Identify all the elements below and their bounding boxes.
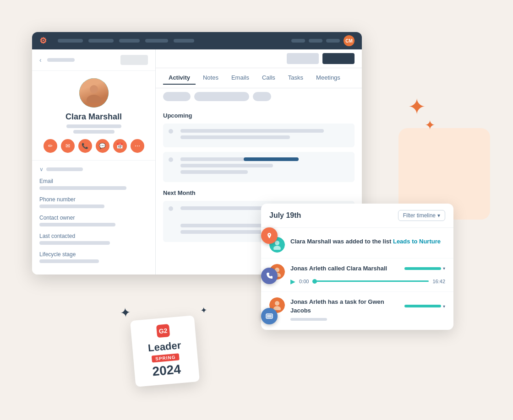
- properties-toggle[interactable]: ∨: [39, 166, 148, 172]
- timeline-link-1[interactable]: Leads to Nurture: [393, 238, 441, 245]
- tab-emails[interactable]: Emails: [226, 71, 255, 85]
- timeline-header: July 19th Filter timeline ▾: [261, 204, 453, 228]
- nav-item-companies[interactable]: [88, 39, 114, 43]
- contact-company-bar: [73, 130, 115, 134]
- tab-tasks[interactable]: Tasks: [283, 71, 309, 85]
- owner-label: Contact owner: [39, 215, 148, 221]
- property-last-contacted: Last contacted: [39, 233, 148, 245]
- upcoming-card-1: [163, 124, 355, 147]
- phone-label: Phone number: [39, 196, 148, 203]
- lifecycle-label: Lifecycle stage: [39, 251, 148, 258]
- action-buttons-bar: [156, 49, 362, 68]
- sparkle-large-icon: ✦: [408, 96, 426, 118]
- svg-point-0: [90, 85, 98, 93]
- sparkle-small-icon: ✦: [425, 119, 435, 132]
- breadcrumb-bar: [47, 58, 75, 62]
- activity-dot-icon: [169, 129, 173, 134]
- contact-profile: Clara Marshall ✏ ✉ 📞 💬 📅 ⋯: [32, 71, 155, 161]
- edit-icon[interactable]: ✏: [44, 139, 57, 153]
- actions-button[interactable]: [120, 55, 148, 65]
- schedule-icon[interactable]: 📅: [113, 139, 127, 153]
- activity-lines: [180, 129, 349, 142]
- call-status-chevron: ▾: [443, 266, 445, 271]
- timeline-text-bold-1: Clara Marshall was added to the list: [290, 238, 393, 245]
- badge-sparkle-left: ✦: [120, 305, 131, 321]
- nav-item-reports[interactable]: [174, 39, 194, 43]
- timeline-circle-3: [261, 308, 278, 324]
- g2-badge: ✦ ✦ G2 Leader SPRING 2024: [130, 315, 200, 387]
- tab-meetings[interactable]: Meetings: [311, 71, 346, 85]
- owner-value[interactable]: [39, 223, 115, 226]
- properties-toggle-bar: [46, 167, 83, 171]
- timeline-circle-1: [261, 227, 278, 244]
- last-contacted-label: Last contacted: [39, 233, 148, 239]
- avatar-image: [79, 78, 109, 108]
- badge-sparkle-left-icon: ✦: [120, 305, 131, 320]
- contact-title-bar: [66, 124, 121, 128]
- nav-item-contacts[interactable]: [58, 39, 83, 43]
- chevron-down-icon: ▾: [437, 212, 440, 219]
- nav-help[interactable]: [291, 39, 305, 43]
- timeline-item-3-header: Jonas Arleth has a task for Gwen Jacobs …: [290, 297, 445, 315]
- call-icon[interactable]: 📞: [78, 139, 92, 153]
- property-phone: Phone number: [39, 196, 148, 208]
- timeline-text-3: Jonas Arleth has a task for Gwen Jacobs: [290, 297, 401, 315]
- avatar: [79, 78, 109, 108]
- tab-calls[interactable]: Calls: [256, 71, 281, 85]
- audio-player[interactable]: ▶ 0:00 16:42: [290, 277, 445, 286]
- task-status-chevron: ▾: [443, 304, 445, 309]
- tab-notes[interactable]: Notes: [197, 71, 224, 85]
- activity-line-2: [180, 135, 290, 139]
- upcoming-card-2: [163, 152, 355, 182]
- g2-logo-icon: G2: [156, 324, 170, 338]
- last-contacted-value[interactable]: [39, 241, 110, 245]
- nav-avatar[interactable]: CM: [344, 35, 355, 46]
- filter-timeline-button[interactable]: Filter timeline ▾: [398, 210, 445, 221]
- email-value[interactable]: [39, 186, 126, 190]
- upcoming-label: Upcoming: [163, 112, 355, 119]
- contact-sidebar: ‹ Clara Marshall: [32, 49, 156, 275]
- chat-icon[interactable]: 💬: [96, 139, 109, 153]
- action-icons-row: ✏ ✉ 📞 💬 📅 ⋯: [39, 139, 148, 153]
- nav-bar: ⚙ CM: [32, 32, 362, 49]
- back-button[interactable]: ‹: [39, 56, 42, 64]
- next-month-dot-icon: [169, 206, 173, 211]
- nav-item-deals[interactable]: [119, 39, 140, 43]
- time-end: 16:42: [432, 279, 445, 284]
- activity-line-5: [180, 170, 248, 174]
- nav-item-activities[interactable]: [145, 39, 168, 43]
- action-btn-1[interactable]: [287, 53, 319, 64]
- filter-btn-label: Filter timeline: [403, 212, 436, 219]
- sidebar-header: ‹: [32, 49, 155, 71]
- phone-value[interactable]: [39, 205, 104, 208]
- timeline-text-2: Jonas Arleth called Clara Marshall: [290, 264, 387, 273]
- property-email: Email: [39, 178, 148, 190]
- timeline-content-1: Clara Marshall was added to the list Lea…: [290, 237, 445, 246]
- timeline-text-1: Clara Marshall was added to the list Lea…: [290, 238, 441, 245]
- action-btn-2[interactable]: [322, 53, 355, 64]
- filter-item-2[interactable]: [194, 92, 249, 101]
- audio-thumb: [312, 279, 317, 284]
- timeline-item-2: Jonas Arleth called Clara Marshall ▾ ▶ 0…: [261, 258, 453, 292]
- nav-settings[interactable]: [309, 39, 322, 43]
- badge-container: G2 Leader SPRING 2024: [130, 315, 200, 387]
- upcoming-item-2: [169, 157, 349, 177]
- lifecycle-value[interactable]: [39, 259, 99, 263]
- badge-sparkle-right: ✦: [200, 305, 208, 316]
- next-month-label: Next Month: [163, 189, 355, 196]
- timeline-item-2-header: Jonas Arleth called Clara Marshall ▾: [290, 264, 445, 273]
- activity-lines-2: [180, 157, 349, 177]
- more-icon[interactable]: ⋯: [131, 139, 144, 153]
- timeline-date: July 19th: [269, 211, 301, 220]
- badge-sparkle-right-icon: ✦: [200, 306, 208, 315]
- timeline-text-bold-2: Jonas Arleth called Clara Marshall: [290, 265, 387, 272]
- filter-item-3[interactable]: [253, 92, 271, 101]
- email-icon[interactable]: ✉: [61, 139, 75, 153]
- audio-track[interactable]: [312, 280, 429, 282]
- nav-notifications[interactable]: [326, 39, 340, 43]
- timeline-items: Clara Marshall was added to the list Lea…: [261, 228, 453, 330]
- filter-item-1[interactable]: [163, 92, 191, 101]
- task-status: ▾: [401, 304, 445, 309]
- play-icon[interactable]: ▶: [290, 278, 295, 285]
- tab-activity[interactable]: Activity: [163, 71, 196, 85]
